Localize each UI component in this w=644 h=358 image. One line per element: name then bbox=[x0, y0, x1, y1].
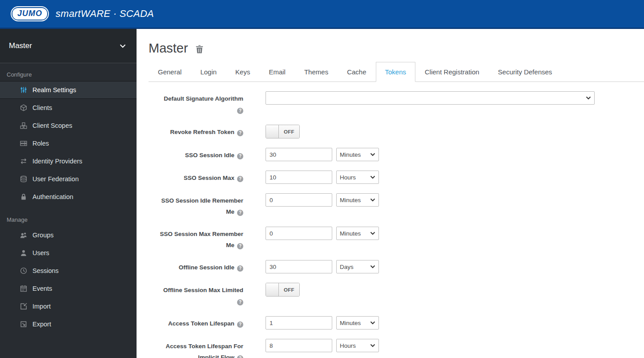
sso-session-max-input[interactable] bbox=[266, 171, 332, 184]
sidebar-item-label: Authentication bbox=[32, 193, 73, 200]
tab-tokens[interactable]: Tokens bbox=[376, 62, 416, 82]
sidebar-item-label: Sessions bbox=[32, 267, 59, 274]
sidebar-item-import[interactable]: Import bbox=[0, 297, 137, 315]
sso-session-idle-remember-me-input[interactable] bbox=[266, 193, 332, 207]
sidebar-item-sessions[interactable]: Sessions bbox=[0, 262, 137, 280]
revoke-refresh-token-toggle[interactable]: OFF bbox=[266, 125, 300, 138]
sso-session-max-duration: Hours bbox=[266, 171, 379, 184]
lock-icon bbox=[20, 193, 28, 200]
delete-realm-trash-icon[interactable] bbox=[196, 45, 203, 53]
sidebar-item-realm-settings[interactable]: Realm Settings bbox=[0, 81, 137, 99]
help-icon[interactable]: ? bbox=[237, 130, 243, 136]
field-label-line: Access Token Lifespan? bbox=[149, 318, 243, 329]
page-header: Master bbox=[149, 40, 644, 56]
sidebar-item-label: Users bbox=[32, 249, 49, 256]
sso-session-max-remember-me-duration: Minutes bbox=[266, 227, 379, 240]
tab-security-defenses[interactable]: Security Defenses bbox=[489, 62, 562, 82]
revoke-refresh-token-row: Revoke Refresh Token?OFF bbox=[149, 125, 644, 138]
tab-cache[interactable]: Cache bbox=[338, 62, 375, 82]
sidebar-item-user-federation[interactable]: User Federation bbox=[0, 170, 137, 188]
sso-session-idle-input[interactable] bbox=[266, 148, 332, 161]
sso-session-idle-unit-select[interactable]: Minutes bbox=[336, 148, 379, 161]
revoke-refresh-token-control: OFF bbox=[266, 125, 300, 138]
sidebar-item-events[interactable]: Events bbox=[0, 280, 137, 297]
sidebar-item-label: Clients bbox=[32, 104, 52, 111]
offline-session-idle-input[interactable] bbox=[266, 260, 332, 273]
sidebar-item-label: Export bbox=[32, 321, 51, 328]
access-token-lifespan-control: Minutes bbox=[266, 316, 379, 330]
product-name: smartWARE · SCADA bbox=[56, 8, 154, 20]
sso-session-max-remember-me-unit-select[interactable]: Minutes bbox=[336, 227, 379, 240]
sidebar-item-authentication[interactable]: Authentication bbox=[0, 188, 137, 206]
access-token-lifespan-for-implicit-flow-input[interactable] bbox=[266, 339, 332, 352]
sidebar-item-export[interactable]: Export bbox=[0, 315, 137, 333]
help-icon[interactable]: ? bbox=[237, 210, 243, 216]
access-token-lifespan-input[interactable] bbox=[266, 316, 332, 330]
clock-icon bbox=[20, 267, 28, 274]
sidebar-item-groups[interactable]: Groups bbox=[0, 226, 137, 244]
sidebar-item-users[interactable]: Users bbox=[0, 244, 137, 262]
access-token-lifespan-for-implicit-flow-unit-select[interactable]: Hours bbox=[336, 339, 379, 352]
tab-client-registration[interactable]: Client Registration bbox=[415, 62, 489, 82]
sidebar-item-client-scopes[interactable]: Client Scopes bbox=[0, 117, 137, 134]
field-label-line: Offline Session Idle? bbox=[149, 262, 243, 273]
help-icon[interactable]: ? bbox=[237, 153, 243, 159]
sidebar-item-clients[interactable]: Clients bbox=[0, 99, 137, 117]
sso-session-idle-remember-me-row: SSO Session Idle RememberMe?Minutes bbox=[149, 193, 644, 217]
offline-session-idle-control: Days bbox=[266, 260, 379, 273]
offline-session-idle-unit-select[interactable]: Days bbox=[336, 260, 379, 273]
user-icon bbox=[20, 249, 28, 256]
help-icon[interactable]: ? bbox=[237, 299, 243, 305]
sso-session-idle-remember-me-unit-select[interactable]: Minutes bbox=[336, 193, 379, 207]
help-icon[interactable]: ? bbox=[237, 265, 243, 272]
toggle-handle bbox=[266, 283, 279, 296]
field-label-line: Implicit Flow? bbox=[149, 352, 243, 358]
tab-login[interactable]: Login bbox=[191, 62, 226, 82]
help-icon[interactable]: ? bbox=[237, 321, 243, 328]
sso-session-max-row: SSO Session Max?Hours bbox=[149, 171, 644, 184]
page-title: Master bbox=[149, 40, 188, 56]
offline-session-idle-duration: Days bbox=[266, 260, 379, 273]
help-icon[interactable]: ? bbox=[237, 355, 243, 358]
sso-session-idle-control: Minutes bbox=[266, 148, 379, 161]
help-icon[interactable]: ? bbox=[237, 108, 243, 114]
offline-session-idle-label: Offline Session Idle? bbox=[149, 260, 243, 273]
sso-session-max-remember-me-input[interactable] bbox=[266, 227, 332, 240]
help-icon[interactable]: ? bbox=[237, 176, 243, 182]
offline-session-max-limited-label: Offline Session Max Limited? bbox=[149, 283, 243, 307]
offline-session-max-limited-toggle[interactable]: OFF bbox=[266, 283, 300, 297]
top-bar: JUMO smartWARE · SCADA bbox=[0, 0, 644, 29]
access-token-lifespan-unit-select-wrap: Minutes bbox=[336, 316, 379, 330]
access-token-lifespan-for-implicit-flow-control: Hours bbox=[266, 339, 379, 358]
sso-session-max-unit-select[interactable]: Hours bbox=[336, 171, 379, 184]
sso-session-idle-unit-select-wrap: Minutes bbox=[336, 148, 379, 161]
access-token-lifespan-unit-select[interactable]: Minutes bbox=[336, 316, 379, 330]
tab-email[interactable]: Email bbox=[259, 62, 295, 82]
sso-session-idle-duration: Minutes bbox=[266, 148, 379, 161]
default-signature-algorithm-select[interactable] bbox=[266, 91, 595, 105]
field-label-line: Revoke Refresh Token? bbox=[149, 126, 243, 138]
field-label-line: Me? bbox=[149, 240, 243, 251]
field-label-line: Access Token Lifespan For bbox=[149, 341, 243, 352]
toggle-state-label: OFF bbox=[279, 125, 299, 138]
tab-keys[interactable]: Keys bbox=[226, 62, 259, 82]
sso-session-idle-remember-me-control: Minutes bbox=[266, 193, 379, 217]
sidebar-item-identity-providers[interactable]: Identity Providers bbox=[0, 152, 137, 170]
jumo-logo[interactable]: JUMO bbox=[11, 6, 49, 21]
realm-selector[interactable]: Master bbox=[0, 29, 137, 63]
help-icon[interactable]: ? bbox=[237, 243, 243, 249]
export-icon bbox=[20, 321, 28, 328]
roles-list-icon bbox=[20, 140, 28, 147]
settings-form: Default Signature Algorithm?Revoke Refre… bbox=[149, 82, 644, 358]
sidebar-item-roles[interactable]: Roles bbox=[0, 134, 137, 152]
tab-themes[interactable]: Themes bbox=[295, 62, 338, 82]
cubes-icon bbox=[20, 122, 28, 129]
field-label-line: SSO Session Max? bbox=[149, 172, 243, 183]
field-label-line: SSO Session Idle Remember bbox=[149, 195, 243, 206]
field-help-line: ? bbox=[149, 296, 243, 307]
field-label-line: Me? bbox=[149, 206, 243, 217]
tab-general[interactable]: General bbox=[149, 62, 191, 82]
sso-session-idle-remember-me-label: SSO Session Idle RememberMe? bbox=[149, 193, 243, 217]
sso-session-idle-remember-me-duration: Minutes bbox=[266, 193, 379, 207]
group-icon bbox=[20, 232, 28, 239]
